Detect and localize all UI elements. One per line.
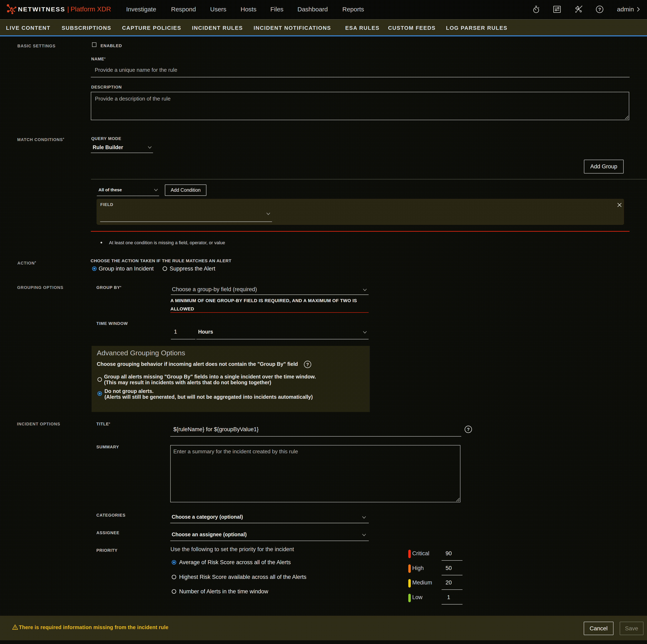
- svg-text:?: ?: [467, 427, 470, 432]
- svg-text:?: ?: [598, 7, 601, 12]
- svg-text:?: ?: [306, 362, 309, 367]
